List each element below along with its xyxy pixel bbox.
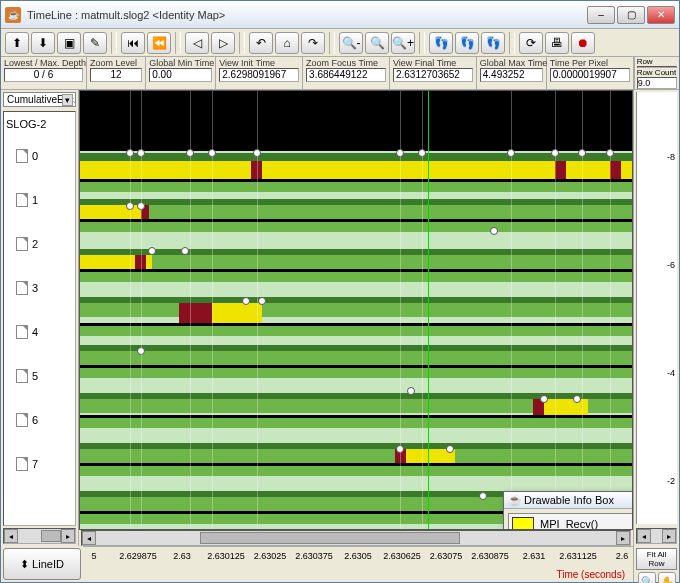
vfinal-label: View Final Time — [393, 58, 473, 68]
row-label: Row — [635, 57, 679, 66]
zfocus-value: 3.686449122 — [306, 68, 386, 82]
nav-right-icon[interactable]: ▷ — [211, 32, 235, 54]
event-marker[interactable] — [258, 297, 266, 305]
gmax-label: Global Max Time — [480, 58, 543, 68]
find-prev-icon[interactable]: 👣 — [429, 32, 453, 54]
nav-left-icon[interactable]: ◁ — [185, 32, 209, 54]
fit-all-rows-button[interactable]: Fit All Row — [636, 548, 677, 570]
legend-label: MPI_Recv() — [540, 518, 598, 530]
tree-item[interactable]: 6 — [6, 398, 73, 442]
event-marker[interactable] — [573, 395, 581, 403]
toggle-select-icon[interactable]: ▣ — [57, 32, 81, 54]
lineid-button[interactable]: ⬍LineID — [3, 548, 81, 580]
window-title: TimeLine : matmult.slog2 <Identity Map> — [27, 9, 587, 21]
home-icon[interactable]: ⌂ — [275, 32, 299, 54]
slog-tree[interactable]: SLOG-2 01234567 — [3, 111, 76, 526]
timeline-row[interactable] — [80, 249, 632, 289]
go-first-icon[interactable]: ⏮ — [121, 32, 145, 54]
redo-icon[interactable]: ↷ — [301, 32, 325, 54]
java-icon: ☕ — [508, 494, 520, 506]
event-marker[interactable] — [479, 492, 487, 500]
axis-tick: 2.630625 — [383, 551, 421, 561]
vfinal-value: 2.6312703652 — [393, 68, 473, 82]
print-icon[interactable]: 🖶 — [545, 32, 569, 54]
axis-tick: 2.630125 — [207, 551, 245, 561]
axis-tick: 2.63025 — [254, 551, 287, 561]
zoom-label: Zoom Level — [90, 58, 142, 68]
find-home-icon[interactable]: 👣 — [455, 32, 479, 54]
axis-tick: 2.630875 — [471, 551, 509, 561]
window-titlebar: ☕ TimeLine : matmult.slog2 <Identity Map… — [1, 1, 679, 29]
java-icon: ☕ — [5, 7, 21, 23]
maximize-button[interactable]: ▢ — [617, 6, 645, 24]
event-marker[interactable] — [490, 227, 498, 235]
zoom-in-icon[interactable]: 🔍+ — [391, 32, 415, 54]
axis-tick: 2.63 — [173, 551, 191, 561]
rowcount-value: 9.0 — [637, 77, 677, 89]
minimize-button[interactable]: – — [587, 6, 615, 24]
tpp-label: Time Per Pixel — [550, 58, 630, 68]
event-marker[interactable] — [181, 247, 189, 255]
event-marker[interactable] — [407, 387, 415, 395]
event-marker[interactable] — [148, 247, 156, 255]
tree-item[interactable]: 0 — [6, 134, 73, 178]
find-next-icon[interactable]: 👣 — [481, 32, 505, 54]
vinit-label: View Init Time — [219, 58, 299, 68]
zoom-out-icon[interactable]: 🔍- — [339, 32, 363, 54]
event-marker[interactable] — [242, 297, 250, 305]
stop-icon[interactable]: ⏺ — [571, 32, 595, 54]
axis-tick: 5 — [91, 551, 96, 561]
document-icon — [16, 325, 28, 339]
timeline-row[interactable] — [80, 345, 632, 385]
timeline-row[interactable] — [80, 297, 632, 337]
zoom-tool-icon[interactable]: 🔍 — [638, 572, 656, 583]
axis-tick: 2.63075 — [430, 551, 463, 561]
event-marker[interactable] — [540, 395, 548, 403]
timeline-canvas[interactable]: TimeLines ☕ Drawable Info Box ✕ MPI_Recv… — [79, 90, 633, 530]
status-fields: Lowest / Max. Depth 0 / 6 Zoom Level 12 … — [1, 57, 679, 90]
document-icon — [16, 413, 28, 427]
tree-item[interactable]: 2 — [6, 222, 73, 266]
left-panel: CumulativeExc... SLOG-2 01234567 ◂▸ — [1, 90, 79, 546]
arrow-down-icon[interactable]: ⬇ — [31, 32, 55, 54]
time-axis-label: Time (seconds) — [556, 569, 625, 580]
timeline-row[interactable] — [80, 153, 632, 193]
infobox-title: Drawable Info Box — [524, 494, 614, 506]
document-icon — [16, 369, 28, 383]
right-hscroll[interactable]: ◂▸ — [636, 528, 677, 544]
depth-label: Lowest / Max. Depth — [4, 58, 83, 68]
document-icon — [16, 281, 28, 295]
tree-item[interactable]: 3 — [6, 266, 73, 310]
axis-tick: 2.6305 — [344, 551, 372, 561]
legend-swatch — [512, 517, 534, 530]
mode-combo[interactable]: CumulativeExc... — [3, 92, 76, 107]
tree-root[interactable]: SLOG-2 — [6, 118, 73, 130]
tree-item[interactable]: 1 — [6, 178, 73, 222]
event-marker[interactable] — [446, 445, 454, 453]
tree-item[interactable]: 4 — [6, 310, 73, 354]
undo-icon[interactable]: ↶ — [249, 32, 273, 54]
tpp-value: 0.0000019907 — [550, 68, 630, 82]
timeline-row[interactable] — [80, 443, 632, 483]
edit-icon[interactable]: ✎ — [83, 32, 107, 54]
timeline-row[interactable] — [80, 199, 632, 239]
arrow-up-icon[interactable]: ⬆ — [5, 32, 29, 54]
document-icon — [16, 237, 28, 251]
zoom-value: 12 — [90, 68, 142, 82]
zoom-reset-icon[interactable]: 🔍 — [365, 32, 389, 54]
timeline-row[interactable] — [80, 393, 632, 433]
gmax-value: 4.493252 — [480, 68, 543, 82]
go-prev-icon[interactable]: ⏪ — [147, 32, 171, 54]
refresh-icon[interactable]: ⟳ — [519, 32, 543, 54]
canvas-hscroll[interactable]: ◂▸ — [81, 530, 631, 546]
depth-value: 0 / 6 — [4, 68, 83, 82]
tree-item[interactable]: 7 — [6, 442, 73, 486]
axis-tick: 2.630375 — [295, 551, 333, 561]
left-hscroll[interactable]: ◂▸ — [3, 528, 76, 544]
tree-item[interactable]: 5 — [6, 354, 73, 398]
document-icon — [16, 457, 28, 471]
axis-tick: 2.631125 — [559, 551, 597, 561]
close-button[interactable]: ✕ — [647, 6, 675, 24]
drawable-info-box[interactable]: ☕ Drawable Info Box ✕ MPI_Recv() duratio… — [503, 491, 633, 530]
pan-tool-icon[interactable]: ✋ — [658, 572, 676, 583]
